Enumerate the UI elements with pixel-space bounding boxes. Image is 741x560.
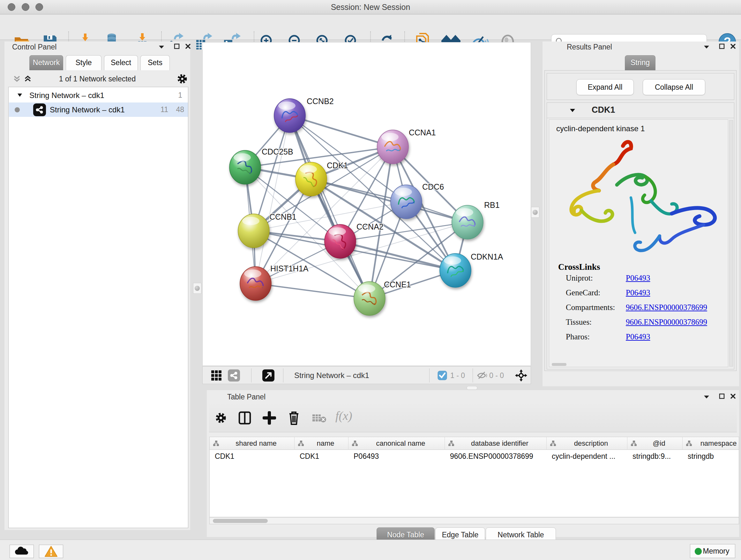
collection-label: String Network – cdk1 [29, 88, 105, 103]
node-label-CDKN1A: CDKN1A [471, 252, 503, 261]
tab-sets[interactable]: Sets [140, 55, 170, 70]
crosslink-label: Pharos: [566, 332, 590, 341]
column-header-namespace[interactable]: namespace [683, 437, 739, 450]
window-title: Session: New Session [0, 0, 741, 14]
network-canvas-container[interactable]: CCNB2CCNA1CDC25BCDK1CDC6RB1CCNB1CCNA2CDK… [202, 42, 531, 366]
node-label-CCNB1: CCNB1 [269, 212, 296, 221]
network-row[interactable]: String Network – cdk1 11 48 [9, 103, 188, 117]
network-view-title: String Network – cdk1 [294, 367, 369, 384]
table-panel-title: Table Panel [227, 393, 266, 401]
table-cell[interactable]: stringdb:9... [627, 450, 683, 462]
network-node-CDC6[interactable] [391, 185, 422, 219]
crosslink-link[interactable]: 9606.ENSP00000378699 [626, 318, 707, 327]
show-columns-icon[interactable] [239, 411, 251, 425]
network-node-CCNA2[interactable] [325, 225, 356, 258]
network-selected-summary: 1 of 1 Network selected [4, 75, 190, 83]
gear-icon[interactable] [177, 73, 188, 84]
table-cell[interactable]: 9606.ENSP00000378699 [445, 450, 547, 462]
tab-style[interactable]: Style [66, 55, 102, 70]
crosslink-link[interactable]: P06493 [626, 273, 650, 283]
node-label-CCNA1: CCNA1 [409, 128, 436, 137]
network-node-CCNB2[interactable] [274, 99, 306, 132]
warning-button[interactable] [39, 545, 63, 558]
detach-view-icon[interactable] [262, 369, 275, 382]
crosslinks-title: CrossLinks [558, 262, 600, 272]
network-view-share-icon[interactable] [227, 369, 240, 382]
network-node-CCNB1[interactable] [238, 214, 269, 248]
expander-icon[interactable] [17, 93, 22, 97]
close-panel-icon[interactable] [185, 43, 191, 50]
main-toolbar: ? [0, 15, 741, 40]
collapse-panel-icon[interactable] [158, 45, 165, 49]
crosslinks-hscroll[interactable] [552, 363, 566, 366]
node-table[interactable]: shared namenamecanonical namedatabase id… [209, 437, 739, 517]
network-node-CDK1[interactable] [295, 162, 327, 196]
crosslink-row: GeneCard:P06493 [566, 288, 725, 303]
node-section-header[interactable]: CDK1 [547, 103, 734, 118]
crosslink-row: Pharos:P06493 [566, 332, 725, 347]
table-cell[interactable]: CDK1 [210, 450, 294, 462]
tab-network[interactable]: Network [29, 55, 63, 70]
edge-count: 48 [176, 103, 184, 117]
table-cell[interactable]: CDK1 [294, 450, 348, 462]
node-details: cyclin-dependent kinase 1 [549, 119, 728, 367]
add-column-icon[interactable] [263, 411, 276, 425]
collapse-all-button[interactable]: Collapse All [643, 79, 705, 95]
delete-column-icon[interactable] [287, 411, 300, 425]
column-header-shared-name[interactable]: shared name [210, 437, 294, 450]
divider [283, 368, 283, 382]
column-header-database-identifier[interactable]: database identifier [445, 437, 547, 450]
float-panel-icon[interactable] [174, 43, 180, 50]
network-node-CCNA1[interactable] [377, 130, 408, 164]
crosslink-link[interactable]: P06493 [626, 332, 650, 341]
node-label-CDC25B: CDC25B [262, 147, 293, 156]
tab-select[interactable]: Select [104, 55, 138, 70]
selected-node-edge-counts: 1 - 0 [450, 367, 465, 384]
crosslink-link[interactable]: 9606.ENSP00000378699 [626, 303, 707, 312]
column-header-name[interactable]: name [294, 437, 348, 450]
table-settings-gear-icon[interactable] [215, 412, 227, 424]
status-bar: Memory [0, 540, 741, 560]
float-panel-icon[interactable] [719, 393, 725, 399]
results-vscroll[interactable] [729, 120, 733, 367]
close-panel-icon[interactable] [730, 43, 736, 50]
network-node-CCNE1[interactable] [354, 282, 385, 315]
tab-string[interactable]: String [625, 55, 656, 70]
expand-all-button[interactable]: Expand All [576, 79, 634, 95]
crosslink-row: Compartments:9606.ENSP00000378699 [566, 303, 725, 318]
collapse-panel-icon[interactable] [703, 45, 710, 49]
column-header--id[interactable]: @id [627, 437, 683, 450]
float-panel-icon[interactable] [719, 43, 725, 50]
column-header-description[interactable]: description [547, 437, 627, 450]
crosslink-link[interactable]: P06493 [626, 288, 650, 297]
memory-button[interactable]: Memory [690, 544, 735, 558]
section-expander-icon[interactable] [569, 108, 576, 113]
cloud-button[interactable] [10, 545, 34, 558]
collapse-panel-icon[interactable] [703, 395, 710, 399]
column-header-canonical-name[interactable]: canonical name [348, 437, 445, 450]
table-hscroll-thumb[interactable] [213, 519, 268, 523]
node-label-RB1: RB1 [484, 200, 500, 209]
divider [251, 368, 252, 382]
table-cell[interactable]: P06493 [348, 450, 445, 462]
network-node-CDKN1A[interactable] [440, 253, 471, 287]
table-hscrollbar[interactable] [209, 517, 739, 524]
network-node-HIST1H1A[interactable] [240, 266, 271, 300]
titlebar: Session: New Session [0, 0, 741, 14]
node-description: cyclin-dependent kinase 1 [556, 124, 645, 133]
selected-checkbox-icon[interactable] [437, 371, 447, 380]
network-node-RB1[interactable] [452, 205, 483, 239]
results-panel: Results Panel String Expand All Collapse… [542, 42, 739, 386]
crosslink-row: Uniprot:P06493 [566, 273, 725, 288]
close-panel-icon[interactable] [730, 393, 736, 399]
left-splitter-handle[interactable] [193, 283, 201, 294]
network-collection-row[interactable]: String Network – cdk1 1 [9, 88, 188, 103]
network-canvas[interactable]: CCNB2CCNA1CDC25BCDK1CDC6RB1CCNB1CCNA2CDK… [203, 43, 531, 366]
right-splitter-handle[interactable] [531, 207, 539, 218]
grid-view-icon[interactable] [211, 370, 222, 381]
bottom-splitter-handle[interactable] [467, 386, 477, 390]
fit-content-icon[interactable] [515, 369, 528, 382]
network-node-CDC25B[interactable] [229, 150, 261, 184]
table-cell[interactable]: stringdb [683, 450, 739, 462]
table-cell[interactable]: cyclin-dependent ... [547, 450, 627, 462]
